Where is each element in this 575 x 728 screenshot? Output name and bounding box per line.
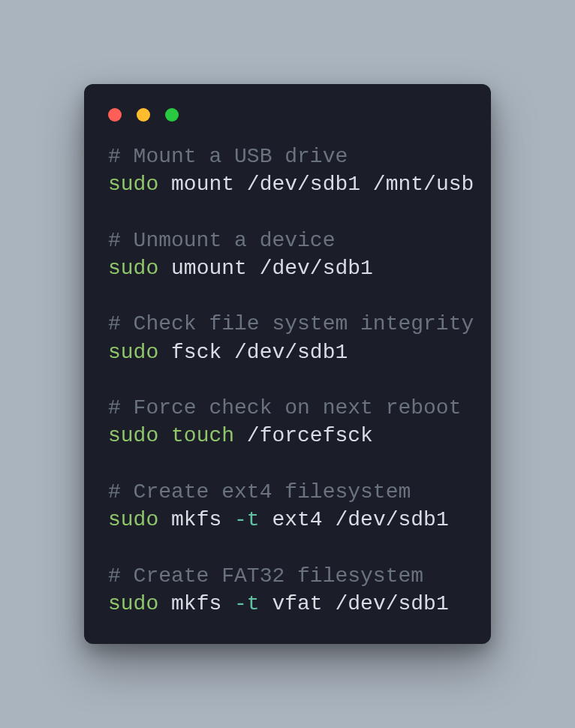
code-keyword: touch <box>158 424 234 447</box>
code-keyword: sudo <box>108 257 158 280</box>
code-comment: # Create FAT32 filesystem <box>108 564 423 588</box>
code-keyword: sudo <box>108 508 158 531</box>
code-flag: -t <box>234 508 260 531</box>
minimize-icon[interactable] <box>137 108 150 122</box>
code-keyword: sudo <box>108 341 158 364</box>
code-keyword: sudo <box>108 173 158 196</box>
code-block: # Mount a USB drive sudo mount /dev/sdb1… <box>108 143 467 618</box>
close-icon[interactable] <box>108 108 122 122</box>
code-text: mkfs <box>158 508 234 531</box>
code-text: umount /dev/sdb1 <box>158 257 373 280</box>
code-keyword: sudo <box>108 592 158 615</box>
stage: # Mount a USB drive sudo mount /dev/sdb1… <box>0 0 575 728</box>
code-text: vfat /dev/sdb1 <box>260 592 449 615</box>
code-text: ext4 /dev/sdb1 <box>260 508 449 531</box>
code-text: /forcefsck <box>234 424 373 447</box>
code-comment: # Force check on next reboot <box>108 396 461 420</box>
terminal-window: # Mount a USB drive sudo mount /dev/sdb1… <box>84 84 491 644</box>
code-comment: # Create ext4 filesystem <box>108 480 411 504</box>
code-text: mount /dev/sdb1 /mnt/usb <box>158 173 474 196</box>
code-comment: # Unmount a device <box>108 229 335 252</box>
code-keyword: sudo <box>108 424 158 447</box>
code-comment: # Mount a USB drive <box>108 145 348 168</box>
maximize-icon[interactable] <box>165 108 179 122</box>
window-controls <box>108 102 467 143</box>
code-flag: -t <box>234 592 260 615</box>
code-text: fsck /dev/sdb1 <box>158 341 348 364</box>
code-comment: # Check file system integrity <box>108 312 474 335</box>
code-text: mkfs <box>158 592 234 615</box>
